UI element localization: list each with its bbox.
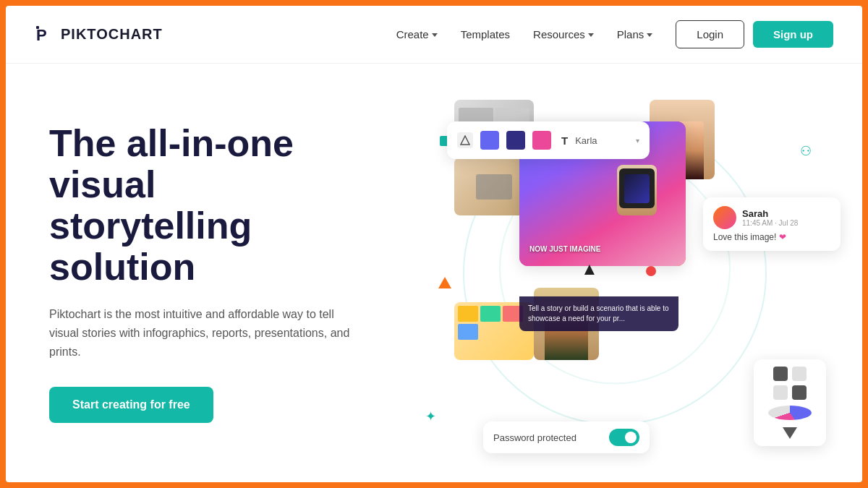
icon-row-1 bbox=[773, 367, 807, 381]
hero-section: The all-in-one visual storytelling solut… bbox=[6, 64, 862, 482]
commenter-name: Sarah bbox=[742, 208, 798, 219]
navbar: P PIKTOCHART Create Templates Resources … bbox=[6, 6, 862, 64]
deco-triangle-icon bbox=[438, 277, 451, 288]
svg-rect-2 bbox=[36, 26, 39, 29]
story-text-overlay: Tell a story or build a scenario that is… bbox=[519, 296, 678, 331]
comment-header: Sarah 11:45 AM · Jul 28 bbox=[713, 206, 830, 229]
icon-grid bbox=[773, 367, 807, 400]
commenter-info: Sarah 11:45 AM · Jul 28 bbox=[742, 208, 798, 227]
chevron-down-icon bbox=[588, 33, 594, 37]
nav-actions: Login Sign up bbox=[676, 20, 833, 48]
password-card: Password protected bbox=[483, 421, 650, 453]
icon-row-2 bbox=[773, 385, 807, 400]
comment-time: 11:45 AM · Jul 28 bbox=[742, 219, 798, 227]
cursor-icon: ▲ bbox=[581, 259, 598, 279]
nav-links: Create Templates Resources Plans bbox=[396, 28, 653, 40]
icon-box-2 bbox=[792, 367, 807, 381]
hero-illustration: ✦ ⚇ T Karla ▾ bbox=[411, 64, 819, 482]
icon-box-4 bbox=[792, 385, 807, 400]
data-card bbox=[754, 359, 826, 446]
login-button[interactable]: Login bbox=[676, 20, 744, 48]
triangle-icon bbox=[783, 427, 797, 439]
password-label: Password protected bbox=[493, 432, 600, 443]
svg-marker-3 bbox=[461, 136, 469, 145]
nav-templates[interactable]: Templates bbox=[461, 28, 510, 40]
red-dot-indicator bbox=[646, 266, 656, 276]
font-label-t: T bbox=[561, 134, 568, 147]
signup-button[interactable]: Sign up bbox=[753, 21, 833, 48]
hero-title: The all-in-one visual storytelling solut… bbox=[49, 123, 382, 288]
tile-now-label: NOW JUST IMAGINE bbox=[529, 245, 600, 253]
color-swatch-pink bbox=[532, 131, 551, 150]
chevron-down-icon bbox=[647, 33, 652, 37]
heart-icon: ❤ bbox=[779, 232, 786, 242]
brand-name: PIKTOCHART bbox=[61, 26, 163, 43]
color-swatch-blue bbox=[480, 131, 499, 150]
cta-button[interactable]: Start creating for free bbox=[49, 387, 213, 423]
hero-description: Piktochart is the most intuitive and aff… bbox=[49, 305, 353, 361]
deco-person-icon: ⚇ bbox=[800, 143, 812, 159]
donut-chart bbox=[768, 406, 812, 420]
comment-message: Love this image! ❤ bbox=[713, 232, 830, 242]
icon-box-1 bbox=[773, 367, 788, 381]
page-wrapper: P PIKTOCHART Create Templates Resources … bbox=[6, 6, 862, 482]
logo-icon: P bbox=[35, 25, 55, 45]
chevron-down-icon bbox=[432, 33, 438, 37]
hero-content: The all-in-one visual storytelling solut… bbox=[49, 123, 411, 424]
logo[interactable]: P PIKTOCHART bbox=[35, 25, 163, 45]
nav-plans[interactable]: Plans bbox=[617, 28, 653, 40]
comment-card: Sarah 11:45 AM · Jul 28 Love this image!… bbox=[703, 197, 841, 251]
icon-box-3 bbox=[773, 385, 788, 400]
nav-resources[interactable]: Resources bbox=[533, 28, 594, 40]
nav-create[interactable]: Create bbox=[396, 28, 438, 40]
deco-cross-icon: ✦ bbox=[425, 408, 436, 424]
font-chevron-icon: ▾ bbox=[636, 137, 639, 145]
font-name: Karla bbox=[575, 135, 597, 146]
color-swatch-dark bbox=[506, 131, 525, 150]
commenter-avatar bbox=[713, 206, 736, 229]
toolbar-card: T Karla ▾ bbox=[447, 121, 650, 159]
toolbar-shape-icon bbox=[457, 132, 473, 148]
password-toggle[interactable] bbox=[609, 429, 639, 446]
